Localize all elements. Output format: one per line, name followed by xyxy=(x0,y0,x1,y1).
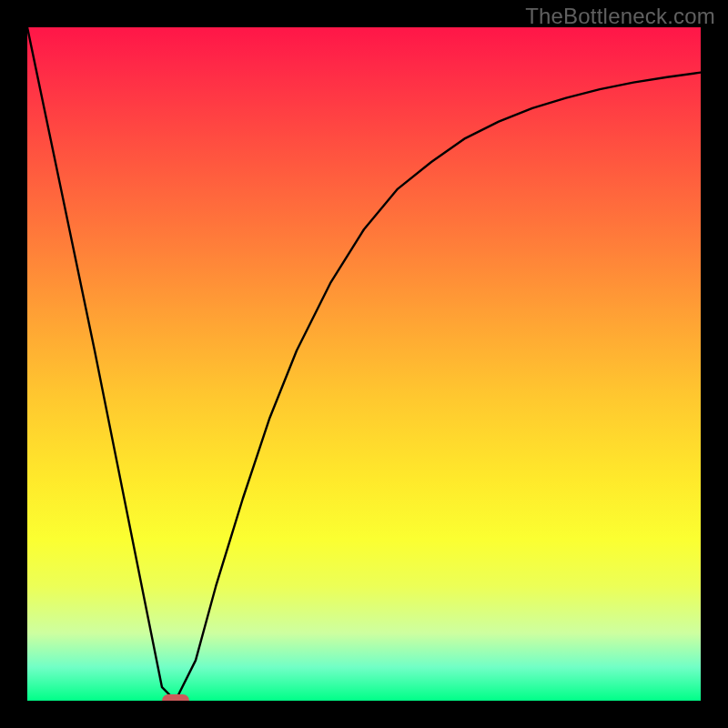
plot-area xyxy=(27,27,701,701)
curve-line xyxy=(27,27,701,701)
chart-frame: TheBottleneck.com xyxy=(0,0,728,728)
watermark-text: TheBottleneck.com xyxy=(525,4,715,29)
optimum-marker xyxy=(162,694,189,701)
